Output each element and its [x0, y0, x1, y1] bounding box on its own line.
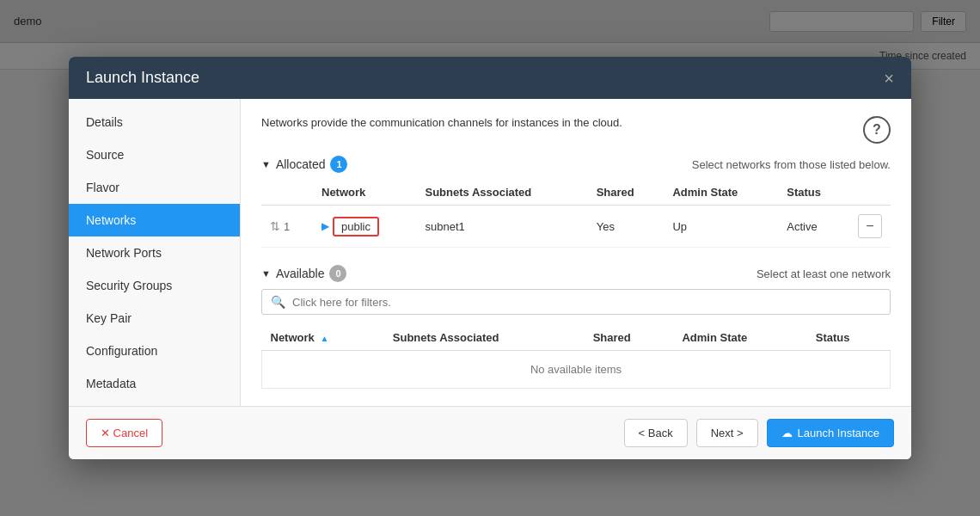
- filter-input[interactable]: [292, 296, 881, 309]
- alloc-col-subnets: Subnets Associated: [416, 180, 587, 206]
- sidebar-item-key-pair[interactable]: Key Pair: [69, 302, 240, 335]
- modal-close-button[interactable]: ×: [884, 70, 894, 87]
- available-hint: Select at least one network: [756, 267, 891, 280]
- alloc-col-action: [849, 180, 891, 206]
- sidebar-item-configuration[interactable]: Configuration: [69, 335, 240, 367]
- search-icon: 🔍: [271, 295, 285, 309]
- filter-bar: 🔍: [261, 289, 891, 315]
- sidebar: Details Source Flavor Networks Network P…: [69, 99, 241, 406]
- sidebar-item-network-ports[interactable]: Network Ports: [69, 236, 240, 269]
- avail-network-label: Network: [271, 331, 315, 344]
- back-button[interactable]: < Back: [624, 419, 688, 447]
- drag-arrows-icon: ⇅: [270, 219, 280, 233]
- available-section-header: ▼ Available 0 Select at least one networ…: [261, 265, 891, 282]
- available-table: Network ▲ Subnets Associated Shared Admi…: [261, 325, 891, 389]
- expand-arrow-icon[interactable]: ▶: [322, 220, 329, 232]
- footer-right: < Back Next > ☁ Launch Instance: [624, 419, 894, 447]
- cancel-button[interactable]: ✕ Cancel: [86, 419, 162, 447]
- sort-icon[interactable]: ▲: [320, 334, 328, 343]
- allocated-chevron: ▼: [261, 159, 271, 169]
- network-name[interactable]: public: [333, 217, 379, 236]
- alloc-col-admin: Admin State: [664, 180, 778, 206]
- avail-col-admin: Admin State: [673, 325, 806, 351]
- sidebar-item-source[interactable]: Source: [69, 138, 240, 171]
- allocated-toggle[interactable]: ▼ Allocated 1: [261, 156, 347, 173]
- network-cell: ▶ public: [322, 217, 407, 236]
- row-admin-state: Up: [664, 206, 778, 248]
- allocated-section-header: ▼ Allocated 1 Select networks from those…: [261, 156, 891, 173]
- alloc-col-spacer: [261, 180, 313, 206]
- modal-body: Details Source Flavor Networks Network P…: [69, 99, 911, 406]
- content-area: Networks provide the communication chann…: [241, 99, 911, 406]
- allocated-label: Allocated: [276, 157, 326, 171]
- modal-footer: ✕ Cancel < Back Next > ☁ Launch Instance: [69, 406, 911, 459]
- avail-col-subnets: Subnets Associated: [384, 325, 585, 351]
- allocated-table: Network Subnets Associated Shared Admin …: [261, 180, 891, 248]
- row-index: 1: [284, 220, 290, 233]
- modal-backdrop: Launch Instance × Details Source Flavor …: [0, 0, 980, 516]
- sidebar-item-flavor[interactable]: Flavor: [69, 171, 240, 204]
- row-network-cell: ▶ public: [313, 206, 416, 248]
- launch-instance-modal: Launch Instance × Details Source Flavor …: [69, 57, 911, 459]
- row-subnets: subnet1: [416, 206, 587, 248]
- description-bar: Networks provide the communication chann…: [261, 116, 891, 144]
- sidebar-item-metadata[interactable]: Metadata: [69, 367, 240, 400]
- description-text: Networks provide the communication chann…: [261, 116, 853, 129]
- launch-instance-button[interactable]: ☁ Launch Instance: [767, 419, 894, 447]
- launch-icon: ☁: [781, 427, 793, 439]
- modal-header: Launch Instance ×: [69, 57, 911, 99]
- avail-col-status: Status: [807, 325, 891, 351]
- allocated-hint: Select networks from those listed below.: [692, 158, 891, 171]
- alloc-col-status: Status: [778, 180, 849, 206]
- allocated-row: ⇅ 1 ▶ public subnet1 Y: [261, 206, 891, 248]
- allocated-badge: 1: [330, 156, 347, 173]
- row-remove-cell: −: [849, 206, 891, 248]
- row-drag-cell[interactable]: ⇅ 1: [261, 206, 313, 248]
- remove-button[interactable]: −: [858, 214, 882, 238]
- drag-handle[interactable]: ⇅ 1: [270, 219, 290, 233]
- available-chevron: ▼: [261, 268, 271, 279]
- available-label: Available: [276, 267, 325, 280]
- row-status: Active: [778, 206, 849, 248]
- modal-title: Launch Instance: [86, 69, 199, 87]
- alloc-col-network: Network: [313, 180, 416, 206]
- sidebar-item-details[interactable]: Details: [69, 106, 240, 138]
- available-badge: 0: [329, 265, 346, 282]
- avail-col-network: Network ▲: [262, 325, 384, 351]
- help-icon[interactable]: ?: [863, 116, 891, 144]
- alloc-col-shared: Shared: [588, 180, 665, 206]
- available-toggle[interactable]: ▼ Available 0: [261, 265, 346, 282]
- launch-label: Launch Instance: [798, 427, 879, 439]
- next-button[interactable]: Next >: [696, 419, 758, 447]
- no-items-row: No available items: [262, 351, 891, 389]
- footer-left: ✕ Cancel: [86, 419, 162, 447]
- sidebar-item-security-groups[interactable]: Security Groups: [69, 269, 240, 302]
- no-items-text: No available items: [262, 351, 891, 389]
- avail-col-shared: Shared: [585, 325, 674, 351]
- sidebar-item-networks[interactable]: Networks: [69, 204, 240, 236]
- row-shared: Yes: [588, 206, 665, 248]
